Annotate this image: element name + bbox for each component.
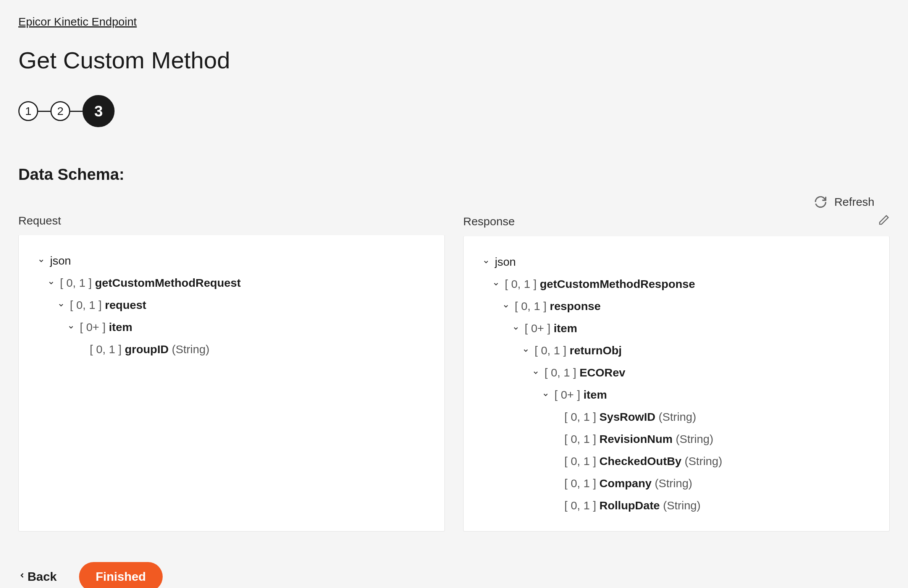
- node-name: ECORev: [580, 366, 625, 379]
- tree-node-label: json: [50, 253, 71, 269]
- edit-icon[interactable]: [878, 214, 890, 228]
- node-cardinality: [ 0, 1 ]: [544, 366, 580, 379]
- node-type: (String): [655, 410, 696, 423]
- step-2[interactable]: 2: [50, 101, 70, 121]
- node-name: groupID: [125, 343, 169, 355]
- tree-node-label: [ 0+ ] item: [80, 319, 132, 335]
- node-name: getCustomMethodRequest: [95, 276, 241, 289]
- chevron-down-icon[interactable]: [493, 280, 499, 288]
- node-cardinality: [ 0+ ]: [554, 388, 583, 401]
- tree-node-label: [ 0, 1 ] Company (String): [564, 475, 692, 491]
- request-column: Request json[ 0, 1 ] getCustomMethodRequ…: [18, 211, 445, 531]
- step-connector: [38, 111, 50, 112]
- node-name: json: [50, 254, 71, 267]
- breadcrumb-link[interactable]: Epicor Kinetic Endpoint: [18, 15, 137, 28]
- tree-node-label: [ 0, 1 ] response: [515, 298, 601, 314]
- schema-toolbar: Refresh: [18, 195, 890, 209]
- step-3[interactable]: 3: [82, 95, 115, 127]
- tree-node[interactable]: [ 0+ ] item: [483, 317, 870, 339]
- node-cardinality: [ 0, 1 ]: [564, 433, 599, 445]
- tree-node[interactable]: [ 0, 1 ] response: [483, 295, 870, 317]
- tree-node-label: [ 0, 1 ] SysRowID (String): [564, 409, 696, 425]
- node-name: CheckedOutBy: [599, 455, 682, 467]
- node-cardinality: [ 0, 1 ]: [564, 477, 599, 489]
- request-title: Request: [18, 214, 61, 227]
- tree-node[interactable]: [ 0+ ] item: [38, 316, 425, 338]
- chevron-down-icon[interactable]: [48, 279, 55, 287]
- node-cardinality: [ 0, 1 ]: [564, 410, 599, 423]
- tree-node[interactable]: [ 0, 1 ] getCustomMethodRequest: [38, 272, 425, 294]
- wizard-stepper: 1 2 3: [18, 95, 890, 127]
- node-name: json: [495, 255, 516, 268]
- refresh-label[interactable]: Refresh: [834, 195, 874, 208]
- back-label: Back: [27, 570, 57, 584]
- tree-node[interactable]: json: [483, 251, 870, 273]
- tree-node-label: [ 0, 1 ] getCustomMethodRequest: [60, 275, 241, 291]
- section-title: Data Schema:: [18, 165, 890, 184]
- tree-node-label: [ 0, 1 ] CheckedOutBy (String): [564, 453, 722, 469]
- step-1[interactable]: 1: [18, 101, 38, 121]
- node-type: (String): [672, 433, 713, 445]
- tree-node: [ 0, 1 ] RollupDate (String): [483, 494, 870, 517]
- tree-node[interactable]: [ 0, 1 ] request: [38, 294, 425, 316]
- node-name: item: [583, 388, 607, 401]
- tree-node-label: [ 0, 1 ] RevisionNum (String): [564, 431, 713, 447]
- chevron-down-icon[interactable]: [68, 323, 74, 331]
- tree-node[interactable]: json: [38, 250, 425, 272]
- chevron-down-icon[interactable]: [522, 347, 529, 354]
- chevron-down-icon[interactable]: [58, 301, 65, 309]
- footer-buttons: Back Finished: [18, 562, 890, 588]
- chevron-down-icon[interactable]: [483, 258, 490, 266]
- tree-node-label: [ 0, 1 ] returnObj: [535, 342, 622, 359]
- response-column: Response json[ 0, 1 ] getCustomMethodRes…: [463, 211, 890, 531]
- node-name: item: [554, 322, 577, 334]
- node-type: (String): [651, 477, 692, 489]
- chevron-down-icon[interactable]: [512, 325, 519, 332]
- tree-node: [ 0, 1 ] Company (String): [483, 472, 870, 494]
- chevron-left-icon: [18, 570, 26, 584]
- chevron-down-icon[interactable]: [38, 257, 45, 265]
- tree-node: [ 0, 1 ] SysRowID (String): [483, 406, 870, 428]
- tree-node-label: [ 0, 1 ] groupID (String): [90, 341, 209, 357]
- tree-node[interactable]: [ 0, 1 ] ECORev: [483, 362, 870, 384]
- page-title: Get Custom Method: [18, 47, 890, 74]
- node-cardinality: [ 0+ ]: [525, 322, 554, 334]
- node-type: (String): [682, 455, 722, 467]
- node-name: Company: [599, 477, 652, 489]
- schema-grid: Request json[ 0, 1 ] getCustomMethodRequ…: [18, 211, 890, 531]
- node-cardinality: [ 0, 1 ]: [90, 343, 125, 355]
- chevron-down-icon[interactable]: [542, 391, 549, 399]
- finished-button[interactable]: Finished: [79, 562, 163, 588]
- tree-node: [ 0, 1 ] CheckedOutBy (String): [483, 450, 870, 472]
- node-name: SysRowID: [599, 410, 656, 423]
- node-cardinality: [ 0, 1 ]: [535, 344, 570, 357]
- node-type: (String): [660, 499, 701, 512]
- tree-node: [ 0, 1 ] RevisionNum (String): [483, 428, 870, 450]
- tree-node-label: [ 0+ ] item: [554, 387, 607, 403]
- node-cardinality: [ 0+ ]: [80, 321, 109, 333]
- node-name: RollupDate: [599, 499, 660, 512]
- tree-node[interactable]: [ 0+ ] item: [483, 384, 870, 406]
- tree-node[interactable]: [ 0, 1 ] getCustomMethodResponse: [483, 273, 870, 295]
- node-name: getCustomMethodResponse: [540, 278, 695, 290]
- node-cardinality: [ 0, 1 ]: [564, 499, 599, 512]
- response-schema-panel: json[ 0, 1 ] getCustomMethodResponse[ 0,…: [463, 236, 890, 531]
- tree-node-label: json: [495, 254, 516, 270]
- response-title: Response: [463, 215, 515, 228]
- node-cardinality: [ 0, 1 ]: [505, 278, 540, 290]
- tree-node[interactable]: [ 0, 1 ] returnObj: [483, 339, 870, 362]
- tree-node-label: [ 0, 1 ] RollupDate (String): [564, 498, 701, 514]
- back-button[interactable]: Back: [18, 570, 57, 584]
- node-type: (String): [169, 343, 210, 355]
- chevron-down-icon[interactable]: [502, 302, 509, 310]
- tree-node-label: [ 0, 1 ] request: [70, 297, 146, 313]
- node-cardinality: [ 0, 1 ]: [60, 276, 95, 289]
- node-cardinality: [ 0, 1 ]: [515, 300, 550, 312]
- chevron-down-icon[interactable]: [532, 369, 539, 376]
- node-name: item: [109, 321, 132, 333]
- tree-node-label: [ 0, 1 ] getCustomMethodResponse: [505, 276, 695, 292]
- tree-node: [ 0, 1 ] groupID (String): [38, 338, 425, 360]
- node-name: RevisionNum: [599, 433, 673, 445]
- refresh-icon[interactable]: [814, 195, 827, 209]
- tree-node-label: [ 0, 1 ] ECORev: [544, 365, 625, 381]
